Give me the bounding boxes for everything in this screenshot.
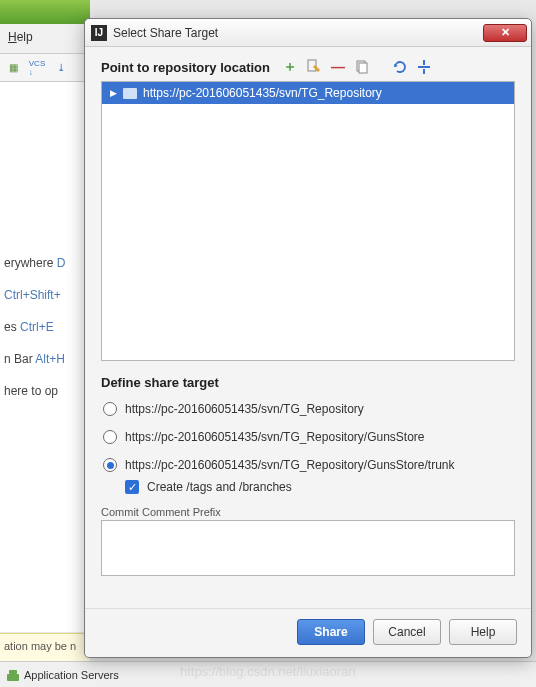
bg-line: es Ctrl+E bbox=[4, 320, 86, 334]
repository-tree[interactable]: ▶ https://pc-201606051435/svn/TG_Reposit… bbox=[101, 81, 515, 361]
radio-button[interactable] bbox=[103, 430, 117, 444]
share-target-dialog: IJ Select Share Target ✕ Point to reposi… bbox=[84, 18, 532, 658]
share-button[interactable]: Share bbox=[297, 619, 365, 645]
dialog-titlebar: IJ Select Share Target ✕ bbox=[85, 19, 531, 47]
toolbar-icon[interactable]: ▦ bbox=[4, 59, 22, 77]
edit-icon[interactable] bbox=[306, 59, 322, 75]
repository-url: https://pc-201606051435/svn/TG_Repositor… bbox=[143, 86, 382, 100]
share-option-root[interactable]: https://pc-201606051435/svn/TG_Repositor… bbox=[103, 402, 515, 416]
ide-hint-bar: ation may be n bbox=[0, 633, 90, 661]
expand-icon[interactable]: ▶ bbox=[110, 88, 117, 98]
bg-line: n Bar Alt+H bbox=[4, 352, 86, 366]
help-button[interactable]: Help bbox=[449, 619, 517, 645]
folder-icon bbox=[123, 88, 137, 99]
remove-icon[interactable]: — bbox=[330, 59, 346, 75]
bg-line: here to op bbox=[4, 384, 86, 398]
server-icon bbox=[6, 668, 20, 682]
bg-line: Ctrl+Shift+ bbox=[4, 288, 86, 302]
dialog-title: Select Share Target bbox=[113, 26, 483, 40]
commit-prefix-input[interactable] bbox=[101, 520, 515, 576]
radio-label[interactable]: https://pc-201606051435/svn/TG_Repositor… bbox=[125, 402, 364, 416]
commit-prefix-label: Commit Comment Prefix bbox=[101, 506, 515, 518]
repo-toolbar: Point to repository location ＋ — bbox=[101, 59, 515, 75]
svg-rect-4 bbox=[359, 63, 367, 73]
close-button[interactable]: ✕ bbox=[483, 24, 527, 42]
define-share-label: Define share target bbox=[101, 375, 515, 390]
toolbar-icon-2[interactable]: ⤓ bbox=[52, 59, 70, 77]
ide-top-bar bbox=[0, 0, 90, 25]
menu-help[interactable]: Help bbox=[8, 30, 33, 44]
checkbox-label[interactable]: Create /tags and /branches bbox=[147, 480, 292, 494]
app-icon: IJ bbox=[91, 25, 107, 41]
refresh-icon[interactable] bbox=[392, 59, 408, 75]
checkbox[interactable]: ✓ bbox=[125, 480, 139, 494]
ide-editor-bg: erywhere D Ctrl+Shift+ es Ctrl+E n Bar A… bbox=[0, 82, 90, 632]
share-option-trunk[interactable]: https://pc-201606051435/svn/TG_Repositor… bbox=[103, 458, 515, 472]
radio-button[interactable] bbox=[103, 458, 117, 472]
point-to-label: Point to repository location bbox=[101, 60, 270, 75]
radio-button[interactable] bbox=[103, 402, 117, 416]
radio-label[interactable]: https://pc-201606051435/svn/TG_Repositor… bbox=[125, 458, 455, 472]
settings-icon[interactable] bbox=[416, 59, 432, 75]
cancel-button[interactable]: Cancel bbox=[373, 619, 441, 645]
ide-status-bar: Application Servers bbox=[0, 661, 536, 687]
dialog-buttons: Share Cancel Help bbox=[85, 608, 531, 657]
dialog-content: Point to repository location ＋ — ▶ https… bbox=[85, 47, 531, 608]
ide-toolbar: ▦ VCS↓ ⤓ bbox=[0, 54, 90, 82]
repository-item[interactable]: ▶ https://pc-201606051435/svn/TG_Reposit… bbox=[102, 82, 514, 104]
status-label[interactable]: Application Servers bbox=[24, 669, 119, 681]
add-icon[interactable]: ＋ bbox=[282, 59, 298, 75]
copy-icon[interactable] bbox=[354, 59, 370, 75]
vcs-icon[interactable]: VCS↓ bbox=[28, 59, 46, 77]
svg-rect-1 bbox=[9, 670, 17, 674]
ide-menu-bar: Help bbox=[0, 24, 90, 54]
svg-rect-0 bbox=[7, 674, 19, 681]
bg-line: erywhere D bbox=[4, 256, 86, 270]
share-option-folder[interactable]: https://pc-201606051435/svn/TG_Repositor… bbox=[103, 430, 515, 444]
radio-label[interactable]: https://pc-201606051435/svn/TG_Repositor… bbox=[125, 430, 425, 444]
create-tags-row[interactable]: ✓ Create /tags and /branches bbox=[125, 480, 515, 494]
